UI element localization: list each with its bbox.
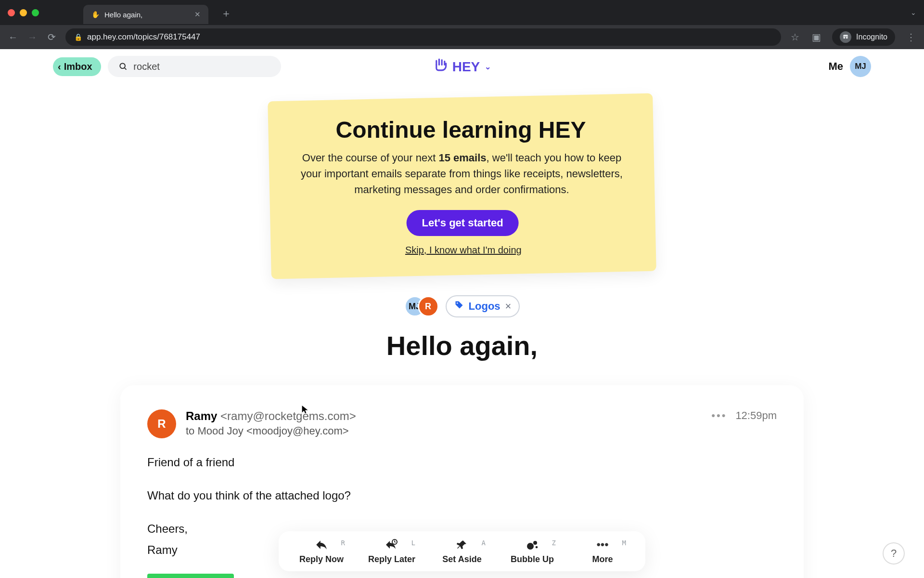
- more-button[interactable]: M ••• More: [576, 538, 629, 565]
- browser-tab[interactable]: ✋ Hello again, ✕: [83, 5, 208, 24]
- svg-point-1: [846, 37, 848, 39]
- bookmark-button[interactable]: ☆: [790, 31, 800, 43]
- tag-icon: [454, 300, 464, 313]
- window-controls: [8, 9, 39, 16]
- remove-label-button[interactable]: ×: [505, 300, 512, 313]
- maximize-window-button[interactable]: [32, 9, 39, 16]
- new-tab-button[interactable]: ＋: [221, 6, 231, 21]
- search-icon: [118, 61, 128, 72]
- forward-button[interactable]: →: [27, 32, 38, 43]
- mac-titlebar: ✋ Hello again, ✕ ＋ ⌄: [0, 0, 924, 25]
- reply-later-icon: [385, 538, 398, 552]
- svg-point-4: [456, 302, 458, 304]
- svg-point-2: [120, 63, 125, 68]
- svg-point-6: [527, 543, 534, 550]
- reply-now-button[interactable]: R Reply Now: [295, 538, 348, 565]
- search-input[interactable]: [133, 61, 270, 72]
- banner-title: Continue learning HEY: [297, 117, 625, 143]
- action-bar: R Reply Now L Reply Later A Set Aside Z: [279, 531, 645, 571]
- url-text: app.hey.com/topics/768175447: [87, 32, 200, 42]
- message-more-button[interactable]: •••: [711, 409, 727, 422]
- imbox-back-button[interactable]: ‹ Imbox: [53, 57, 101, 76]
- address-bar[interactable]: 🔒 app.hey.com/topics/768175447: [65, 28, 781, 46]
- svg-line-3: [124, 68, 126, 70]
- sender-avatar: R: [147, 409, 176, 438]
- app-page: ‹ Imbox HEY ⌄ Me MJ Continue learning HE…: [0, 49, 924, 578]
- banner-body: Over the course of your next 15 emails, …: [298, 150, 625, 197]
- chevron-left-icon: ‹: [58, 61, 61, 72]
- kebab-menu-button[interactable]: ⋮: [906, 31, 916, 43]
- svg-point-7: [533, 541, 537, 545]
- message-time: 12:59pm: [735, 409, 777, 422]
- tab-title: Hello again,: [104, 11, 142, 19]
- bubble-up-button[interactable]: Z Bubble Up: [506, 538, 559, 565]
- more-icon: •••: [596, 538, 608, 552]
- close-tab-button[interactable]: ✕: [194, 10, 201, 19]
- participant-avatar: R: [418, 296, 439, 317]
- from-line: Ramy <ramy@rocketgems.com>: [186, 409, 356, 423]
- tabs-overflow-button[interactable]: ⌄: [911, 9, 916, 16]
- me-avatar: MJ: [850, 56, 871, 77]
- back-button[interactable]: ←: [8, 32, 18, 43]
- close-window-button[interactable]: [8, 9, 15, 16]
- chevron-down-icon: ⌄: [485, 62, 491, 71]
- reload-button[interactable]: ⟳: [46, 31, 57, 43]
- app-header: ‹ Imbox HEY ⌄ Me MJ: [0, 49, 924, 84]
- me-menu[interactable]: Me MJ: [828, 56, 871, 77]
- minimize-window-button[interactable]: [20, 9, 27, 16]
- brand-text: HEY: [452, 59, 480, 74]
- svg-point-0: [843, 37, 845, 39]
- label-chip[interactable]: Logos ×: [446, 295, 520, 317]
- hey-logo-icon: [433, 57, 449, 77]
- incognito-icon: [840, 31, 851, 43]
- imbox-label: Imbox: [64, 61, 92, 72]
- help-button[interactable]: ?: [883, 542, 905, 565]
- tab-favicon: ✋: [91, 10, 100, 19]
- thread-participants: MJ R Logos ×: [0, 295, 924, 317]
- get-started-button[interactable]: Let's get started: [407, 210, 519, 236]
- brand-menu[interactable]: HEY ⌄: [433, 57, 491, 77]
- avatar-stack[interactable]: MJ R: [404, 296, 439, 317]
- me-label: Me: [828, 60, 843, 73]
- label-name: Logos: [469, 300, 500, 313]
- onboarding-banner: Continue learning HEY Over the course of…: [268, 93, 656, 279]
- incognito-label: Incognito: [856, 33, 887, 41]
- bubble-up-icon: [526, 538, 539, 552]
- attachment-preview[interactable]: [147, 574, 234, 578]
- panel-button[interactable]: ▣: [811, 31, 821, 43]
- thread-title: Hello again,: [0, 330, 924, 361]
- search-field[interactable]: [108, 56, 281, 77]
- browser-toolbar: ← → ⟳ 🔒 app.hey.com/topics/768175447 ☆ ▣…: [0, 25, 924, 49]
- incognito-indicator[interactable]: Incognito: [832, 28, 895, 46]
- reply-later-button[interactable]: L Reply Later: [365, 538, 418, 565]
- reply-icon: [315, 538, 328, 552]
- set-aside-button[interactable]: A Set Aside: [436, 538, 488, 565]
- to-line: to Mood Joy <moodjoy@hey.com>: [186, 425, 356, 437]
- svg-point-8: [536, 546, 538, 549]
- pin-icon: [456, 538, 468, 552]
- lock-icon: 🔒: [74, 33, 82, 41]
- skip-link[interactable]: Skip, I know what I'm doing: [300, 245, 627, 256]
